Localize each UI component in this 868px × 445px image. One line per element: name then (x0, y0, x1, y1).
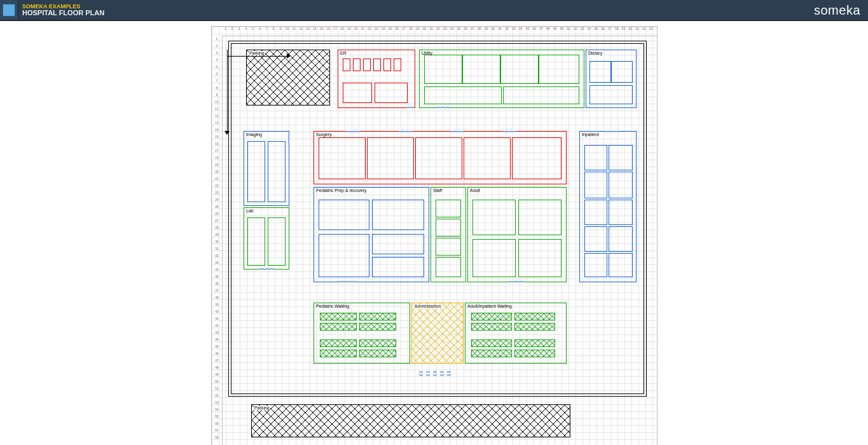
ruler-left: 1234567891011121314151617181920212223242… (212, 36, 223, 445)
adult-sub (472, 200, 516, 235)
door-dash (406, 107, 414, 108)
page-title: HOSPITAL FLOOR PLAN (22, 10, 104, 17)
door-dash (509, 281, 523, 282)
seating-row (471, 339, 512, 347)
er-bay (394, 58, 401, 71)
label-inpatient: Inpatient (582, 132, 599, 137)
floorplan-canvas: 1234567891011121314151617181920212223242… (211, 26, 658, 445)
room-parking-bottom: Parking (251, 404, 570, 437)
arrow-down-icon (224, 131, 230, 135)
seating-row (471, 313, 512, 320)
north-line-v (227, 50, 228, 132)
inpatient-sub (609, 253, 633, 277)
seating-row (320, 313, 357, 320)
label-pedprep: Pediatric Prep & recovery (316, 188, 366, 193)
er-bay (373, 58, 381, 71)
door-dash (288, 135, 289, 144)
inpatient-sub (609, 226, 633, 252)
door-dash (260, 268, 274, 270)
seating-row (359, 323, 396, 331)
inpatient-sub (584, 253, 607, 277)
lab-sub (247, 217, 265, 266)
inpatient-sub (584, 145, 607, 170)
seating-row (471, 350, 512, 357)
inpatient-sub (584, 172, 607, 198)
inpatient-sub (609, 172, 633, 198)
staff-sub (436, 238, 461, 256)
dietary-sub (589, 85, 633, 104)
staff-sub (436, 257, 461, 277)
ruler-top: 1234567891011121314151617181920212223242… (222, 27, 657, 36)
seating-row (514, 323, 555, 331)
utility-sub (539, 55, 579, 84)
staff-sub (436, 200, 461, 217)
dietary-sub (589, 61, 611, 83)
label-imaging: Imaging (246, 132, 262, 137)
label-er: ER (340, 51, 347, 55)
pedprep-sub (372, 200, 424, 230)
utility-sub (500, 55, 539, 84)
inpatient-sub (609, 200, 633, 225)
label-surgery: Surgery (316, 132, 332, 137)
door-dash (451, 131, 464, 132)
door-dash (340, 281, 354, 282)
door-dash (436, 107, 450, 108)
pedprep-sub (319, 234, 369, 277)
er-bay (353, 58, 361, 71)
inpatient-sub (584, 226, 607, 252)
seating-row (320, 350, 357, 357)
label-parking: Parking (249, 51, 265, 55)
label-lab: Lab (246, 209, 254, 213)
staff-sub (436, 219, 461, 236)
door-dash (399, 131, 411, 132)
seating-row (471, 323, 512, 331)
er-bay (363, 58, 371, 71)
label-dietary: Dietary (588, 51, 602, 55)
imaging-sub (268, 141, 286, 202)
door-dash (419, 374, 451, 376)
label-pedwaiting: Pediatric Waiting (316, 304, 349, 308)
inpatient-sub (609, 145, 633, 170)
surgery-sub (415, 137, 462, 179)
surgery-sub (464, 137, 511, 179)
inpatient-sub (584, 200, 607, 225)
utility-sub (424, 55, 462, 84)
utility-sub (462, 55, 500, 84)
adult-sub (472, 239, 516, 277)
lab-sub (268, 217, 286, 266)
seating-row (514, 350, 555, 357)
er-room (375, 83, 408, 103)
door-dash (503, 131, 516, 132)
surgery-sub (512, 137, 561, 179)
seating-row (514, 339, 555, 347)
label-staff: Staff (433, 188, 442, 193)
room-admin: Administartion (411, 303, 464, 364)
room-parking: Parking (246, 50, 330, 106)
app-icon (0, 0, 18, 20)
watermark: someka (814, 0, 860, 20)
utility-sub (424, 86, 502, 104)
er-bay (343, 58, 350, 71)
surgery-sub (319, 137, 366, 179)
door-dash (347, 131, 359, 132)
pedprep-sub (372, 257, 424, 277)
label-parking-bottom: Parking (254, 406, 270, 410)
dietary-sub (611, 61, 633, 83)
er-bay (383, 58, 391, 71)
imaging-sub (247, 141, 265, 202)
seating-row (359, 350, 396, 357)
er-room (343, 83, 372, 103)
surgery-sub (367, 137, 414, 179)
title-text: SOMEKA EXAMPLES HOSPITAL FLOOR PLAN (18, 0, 104, 20)
stage: 1234567891011121314151617181920212223242… (0, 26, 868, 445)
seating-row (514, 313, 555, 320)
seating-row (320, 339, 357, 347)
title-bar: SOMEKA EXAMPLES HOSPITAL FLOOR PLAN some… (0, 0, 868, 21)
seating-row (359, 339, 396, 347)
label-adultwaiting: Adult/Inpatient Waiting (467, 304, 512, 308)
label-adult: Adult (470, 188, 480, 193)
pedprep-sub (372, 234, 424, 254)
utility-sub (503, 86, 579, 104)
adult-sub (518, 200, 561, 235)
seating-row (359, 313, 396, 320)
